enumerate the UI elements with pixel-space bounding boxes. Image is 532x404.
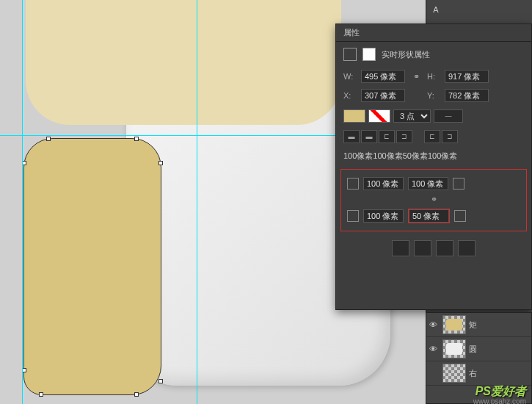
- watermark-url: www.psahz.com: [473, 397, 526, 404]
- corner-tl-icon[interactable]: [347, 178, 359, 190]
- layer-row-2[interactable]: 👁 圆: [426, 337, 531, 361]
- live-shape-label: 实时形状属性: [382, 49, 430, 60]
- corner-radius-section-highlight: ⚭: [340, 169, 527, 231]
- link-wh-icon[interactable]: ⚭: [409, 72, 423, 82]
- layer-name-3: 右: [469, 368, 477, 379]
- layer-row-1[interactable]: 👁 矩: [426, 313, 531, 337]
- stroke-width-dropdown[interactable]: 3 点: [393, 109, 431, 123]
- align-btn-1[interactable]: ▬: [343, 130, 360, 143]
- align-btn-3[interactable]: ⊏: [379, 130, 395, 143]
- width-input[interactable]: [361, 70, 405, 83]
- width-label: W:: [343, 72, 357, 81]
- shape-selected-beige-rect[interactable]: [23, 138, 161, 395]
- stroke-style-dropdown[interactable]: —: [434, 109, 463, 123]
- guide-vertical-1[interactable]: [22, 0, 23, 404]
- corner-br-input[interactable]: [409, 209, 449, 223]
- properties-tab[interactable]: 属性: [336, 24, 367, 41]
- pathfinder-subtract-icon[interactable]: [414, 240, 431, 256]
- mask-icon[interactable]: [362, 48, 376, 61]
- align-btn-2[interactable]: ▬: [361, 130, 377, 143]
- pathfinder-unite-icon[interactable]: [392, 240, 409, 256]
- link-corners-icon[interactable]: ⚭: [431, 195, 437, 203]
- corner-radius-summary: 100像素100像素50像素100像素: [336, 146, 531, 166]
- corner-tr-input[interactable]: [408, 177, 448, 190]
- visibility-icon[interactable]: 👁: [429, 320, 440, 329]
- stroke-swatch[interactable]: [368, 109, 390, 123]
- layer-name-2: 圆: [469, 344, 477, 355]
- pathfinder-exclude-icon[interactable]: [458, 240, 475, 256]
- properties-panel: 属性 实时形状属性 W: ⚭ H: X: Y: 3 点 — ▬ ▬ ⊏ ⊐ ⊏ …: [335, 24, 532, 310]
- height-input[interactable]: [445, 70, 489, 83]
- corner-tl-input[interactable]: [363, 177, 404, 190]
- corner-bl-icon[interactable]: [347, 210, 359, 222]
- layer-name-1: 矩: [469, 320, 477, 331]
- height-label: H:: [427, 72, 440, 81]
- pathfinder-intersect-icon[interactable]: [436, 240, 453, 256]
- visibility-icon[interactable]: 👁: [429, 345, 440, 353]
- y-input[interactable]: [445, 89, 489, 102]
- type-tool-icon[interactable]: A: [429, 2, 443, 17]
- guide-vertical-2[interactable]: [197, 0, 197, 404]
- y-label: Y:: [427, 91, 440, 100]
- layer-thumb-3: [442, 364, 466, 383]
- align-btn-6[interactable]: ⊐: [442, 130, 458, 143]
- shape-cream-rounded-rect[interactable]: [26, 0, 341, 125]
- x-input[interactable]: [361, 89, 405, 102]
- shape-bounds-icon[interactable]: [343, 48, 357, 61]
- align-btn-5[interactable]: ⊏: [424, 130, 440, 143]
- corner-bl-input[interactable]: [363, 209, 404, 223]
- align-btn-4[interactable]: ⊐: [396, 130, 412, 143]
- panel-header: 属性: [336, 24, 531, 42]
- corner-tr-icon[interactable]: [453, 178, 464, 190]
- corner-br-icon[interactable]: [454, 210, 466, 222]
- x-label: X:: [343, 91, 357, 100]
- fill-swatch[interactable]: [343, 109, 365, 123]
- layer-thumb-2: [442, 339, 466, 358]
- layer-thumb-1: [442, 315, 466, 334]
- layer-row-3[interactable]: 右: [426, 361, 531, 386]
